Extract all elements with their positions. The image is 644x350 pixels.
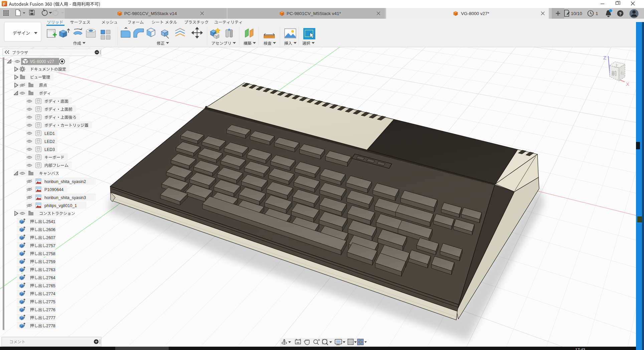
svg-text:2775: 2775 [46,300,55,304]
svg-text:2757: 2757 [46,243,55,248]
svg-text:PC-9801CV_M5Stack v41*: PC-9801CV_M5Stack v41* [287,11,341,16]
svg-text:?: ? [619,11,622,16]
svg-text:LED2: LED2 [44,139,55,144]
svg-text:honbun_shita_syasin3: honbun_shita_syasin3 [44,195,86,200]
svg-text:2765: 2765 [46,284,55,288]
svg-text:2776: 2776 [46,308,55,312]
svg-text:2541: 2541 [46,219,55,224]
svg-text:P1090644: P1090644 [44,187,63,192]
svg-text:PC-9801CV_M5Stack v14: PC-9801CV_M5Stack v14 [124,11,177,16]
svg-text:2774: 2774 [46,292,55,296]
svg-text:2778: 2778 [46,324,55,328]
svg-text:17:43: 17:43 [575,348,585,350]
svg-text:2758: 2758 [46,251,55,256]
svg-text:2607: 2607 [46,235,55,240]
svg-text:2763: 2763 [46,268,55,272]
svg-text:LED1: LED1 [44,131,55,136]
svg-text:F: F [3,2,6,7]
svg-text:honbun_shita_syasin2: honbun_shita_syasin2 [44,179,86,184]
svg-text:2759: 2759 [46,259,55,264]
svg-text:philips_vg8010_1: philips_vg8010_1 [44,203,77,208]
svg-text:2764: 2764 [46,276,55,280]
svg-text:10/10: 10/10 [571,11,582,16]
svg-text:2777: 2777 [46,316,55,320]
svg-text:LED3: LED3 [44,147,55,152]
svg-text:1: 1 [596,11,598,16]
svg-text:2606: 2606 [46,227,55,232]
svg-text:VG-8000 v27*: VG-8000 v27* [461,11,490,16]
